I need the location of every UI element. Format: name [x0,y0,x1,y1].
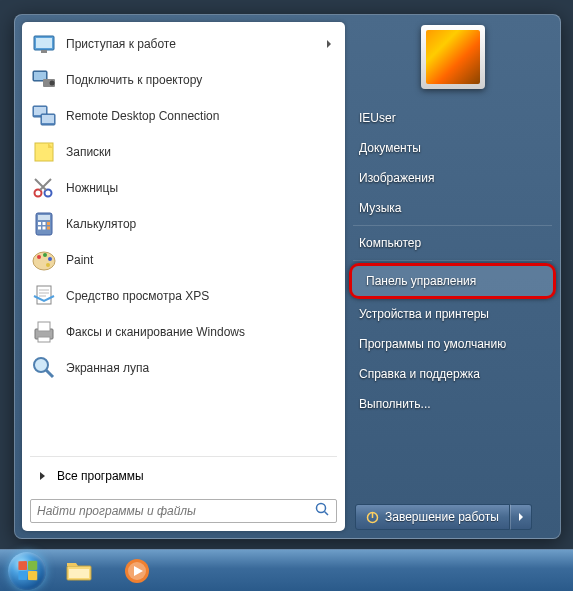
start-button[interactable] [6,550,48,592]
remote-desktop-icon [30,102,58,130]
svg-point-26 [46,263,50,267]
program-paint[interactable]: Paint [24,242,343,278]
start-orb-icon [8,552,46,590]
shutdown-area: Завершение работы [345,504,560,530]
getting-started-icon [30,30,58,58]
shutdown-label: Завершение работы [385,510,499,524]
program-fax-scan[interactable]: Факсы и сканирование Windows [24,314,343,350]
programs-list: Приступая к работе Подключить к проектор… [22,22,345,454]
svg-rect-4 [34,72,46,80]
xps-viewer-icon [30,282,58,310]
right-item-default-programs[interactable]: Программы по умолчанию [345,329,560,359]
svg-point-24 [43,253,47,257]
program-getting-started[interactable]: Приступая к работе [24,26,343,62]
right-item-documents[interactable]: Документы [345,133,560,163]
svg-rect-29 [38,322,50,331]
right-item-devices-printers[interactable]: Устройства и принтеры [345,299,560,329]
program-xps-viewer[interactable]: Средство просмотра XPS [24,278,343,314]
svg-point-31 [34,358,48,372]
programs-panel: Приступая к работе Подключить к проектор… [22,22,345,531]
calculator-icon [30,210,58,238]
svg-point-6 [50,81,55,86]
right-item-control-panel[interactable]: Панель управления [352,266,553,296]
program-label: Ножницы [66,181,337,195]
program-sticky-notes[interactable]: Записки [24,134,343,170]
program-label: Факсы и сканирование Windows [66,325,337,339]
program-label: Paint [66,253,337,267]
taskbar-item-explorer[interactable] [52,554,106,588]
program-label: Калькулятор [66,217,337,231]
svg-point-12 [35,190,42,197]
right-item-computer[interactable]: Компьютер [345,228,560,258]
separator [353,225,552,226]
magnifier-icon [30,354,58,382]
right-panel: IEUser Документы Изображения Музыка Комп… [345,15,560,538]
search-input[interactable] [37,504,315,518]
program-remote-desktop[interactable]: Remote Desktop Connection [24,98,343,134]
right-item-music[interactable]: Музыка [345,193,560,223]
all-programs-label: Все программы [57,469,144,483]
program-label: Записки [66,145,337,159]
program-magnifier[interactable]: Экранная лупа [24,350,343,386]
separator [30,456,337,457]
search-icon [315,502,330,520]
right-item-help[interactable]: Справка и поддержка [345,359,560,389]
program-projector[interactable]: Подключить к проектору [24,62,343,98]
fax-scan-icon [30,318,58,346]
taskbar [0,549,573,591]
taskbar-item-media-player[interactable] [110,554,164,588]
user-picture [426,30,480,84]
svg-rect-15 [38,215,50,220]
right-item-user[interactable]: IEUser [345,103,560,133]
program-label: Приступая к работе [66,37,327,51]
media-player-icon [123,557,151,585]
svg-rect-18 [47,222,50,225]
shutdown-options-button[interactable] [510,504,532,530]
svg-point-23 [37,255,41,259]
svg-rect-35 [69,569,89,578]
sticky-notes-icon [30,138,58,166]
arrow-right-icon [40,472,45,480]
separator [353,260,552,261]
svg-point-25 [48,257,52,261]
palette-icon [30,246,58,274]
all-programs-button[interactable]: Все программы [24,461,343,491]
program-label: Средство просмотра XPS [66,289,337,303]
right-item-run[interactable]: Выполнить... [345,389,560,419]
svg-rect-20 [43,227,46,230]
start-menu: Приступая к работе Подключить к проектор… [14,14,561,539]
projector-icon [30,66,58,94]
svg-rect-21 [47,227,50,230]
svg-point-13 [45,190,52,197]
shutdown-button[interactable]: Завершение работы [355,504,510,530]
svg-rect-1 [36,38,52,48]
svg-rect-2 [41,50,47,53]
highlight-annotation: Панель управления [349,263,556,299]
svg-rect-16 [38,222,41,225]
program-label: Подключить к проектору [66,73,337,87]
folder-icon [64,558,94,584]
arrow-right-icon [519,513,523,521]
svg-rect-19 [38,227,41,230]
svg-rect-30 [38,337,50,342]
shutdown-icon [366,511,379,524]
submenu-arrow-icon [327,40,331,48]
svg-rect-17 [43,222,46,225]
program-label: Remote Desktop Connection [66,109,337,123]
svg-point-32 [317,504,326,513]
svg-rect-10 [42,115,54,123]
search-box[interactable] [30,499,337,523]
user-picture-frame[interactable] [421,25,485,89]
scissors-icon [30,174,58,202]
program-snipping-tool[interactable]: Ножницы [24,170,343,206]
right-item-pictures[interactable]: Изображения [345,163,560,193]
program-calculator[interactable]: Калькулятор [24,206,343,242]
program-label: Экранная лупа [66,361,337,375]
